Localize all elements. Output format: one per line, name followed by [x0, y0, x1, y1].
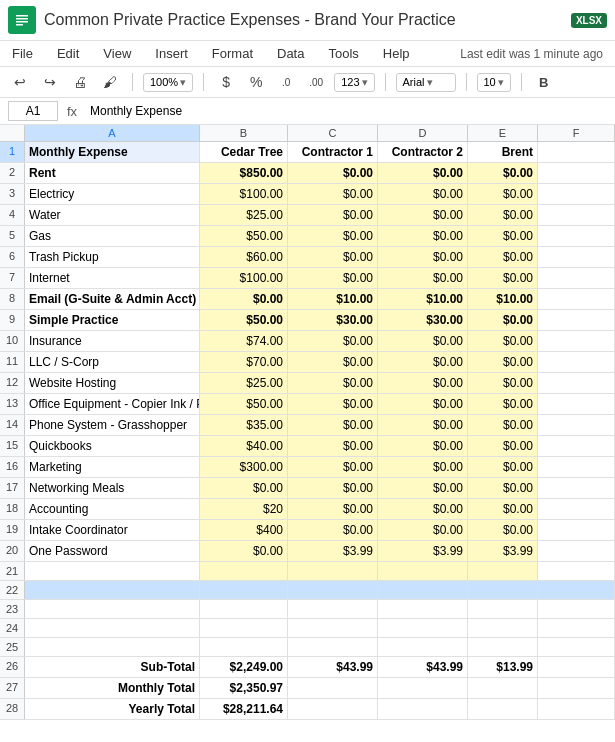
cell-b23[interactable] — [200, 600, 288, 618]
cell-b7[interactable]: $100.00 — [200, 268, 288, 288]
cell-e10[interactable]: $0.00 — [468, 331, 538, 351]
cell-b2[interactable]: $850.00 — [200, 163, 288, 183]
cell-a8[interactable]: Email (G-Suite & Admin Acct) — [25, 289, 200, 309]
cell-f16[interactable] — [538, 457, 615, 477]
cell-f6[interactable] — [538, 247, 615, 267]
cell-a11[interactable]: LLC / S-Corp — [25, 352, 200, 372]
cell-a1[interactable]: Monthly Expense — [25, 142, 200, 162]
cell-a6[interactable]: Trash Pickup — [25, 247, 200, 267]
cell-d3[interactable]: $0.00 — [378, 184, 468, 204]
cell-c19[interactable]: $0.00 — [288, 520, 378, 540]
cell-c24[interactable] — [288, 619, 378, 637]
cell-f7[interactable] — [538, 268, 615, 288]
cell-f19[interactable] — [538, 520, 615, 540]
cell-b28[interactable]: $28,211.64 — [200, 699, 288, 719]
cell-e4[interactable]: $0.00 — [468, 205, 538, 225]
cell-a14[interactable]: Phone System - Grasshopper — [25, 415, 200, 435]
cell-d4[interactable]: $0.00 — [378, 205, 468, 225]
cell-f20[interactable] — [538, 541, 615, 561]
cell-f21[interactable] — [538, 562, 615, 580]
cell-d10[interactable]: $0.00 — [378, 331, 468, 351]
menu-view[interactable]: View — [99, 44, 135, 63]
menu-help[interactable]: Help — [379, 44, 414, 63]
cell-a19[interactable]: Intake Coordinator — [25, 520, 200, 540]
font-family-dropdown[interactable]: Arial ▾ — [396, 73, 456, 92]
cell-b27[interactable]: $2,350.97 — [200, 678, 288, 698]
menu-tools[interactable]: Tools — [324, 44, 362, 63]
currency-button[interactable]: $ — [214, 70, 238, 94]
cell-f2[interactable] — [538, 163, 615, 183]
cell-b19[interactable]: $400 — [200, 520, 288, 540]
cell-d16[interactable]: $0.00 — [378, 457, 468, 477]
menu-file[interactable]: File — [8, 44, 37, 63]
cell-a4[interactable]: Water — [25, 205, 200, 225]
cell-a2[interactable]: Rent — [25, 163, 200, 183]
cell-a27[interactable]: Monthly Total — [25, 678, 200, 698]
cell-e13[interactable]: $0.00 — [468, 394, 538, 414]
cell-c1[interactable]: Contractor 1 — [288, 142, 378, 162]
cell-d23[interactable] — [378, 600, 468, 618]
cell-a18[interactable]: Accounting — [25, 499, 200, 519]
cell-a21[interactable] — [25, 562, 200, 580]
cell-f25[interactable] — [538, 638, 615, 656]
cell-f13[interactable] — [538, 394, 615, 414]
cell-b1[interactable]: Cedar Tree — [200, 142, 288, 162]
cell-d20[interactable]: $3.99 — [378, 541, 468, 561]
cell-f28[interactable] — [538, 699, 615, 719]
cell-c13[interactable]: $0.00 — [288, 394, 378, 414]
cell-e12[interactable]: $0.00 — [468, 373, 538, 393]
cell-c7[interactable]: $0.00 — [288, 268, 378, 288]
cell-a3[interactable]: Electricy — [25, 184, 200, 204]
col-header-b[interactable]: B — [200, 125, 288, 141]
cell-e27[interactable] — [468, 678, 538, 698]
cell-f23[interactable] — [538, 600, 615, 618]
cell-c14[interactable]: $0.00 — [288, 415, 378, 435]
cell-c12[interactable]: $0.00 — [288, 373, 378, 393]
cell-b15[interactable]: $40.00 — [200, 436, 288, 456]
cell-b12[interactable]: $25.00 — [200, 373, 288, 393]
cell-c3[interactable]: $0.00 — [288, 184, 378, 204]
cell-c18[interactable]: $0.00 — [288, 499, 378, 519]
print-button[interactable]: 🖨 — [68, 70, 92, 94]
cell-e18[interactable]: $0.00 — [468, 499, 538, 519]
cell-c28[interactable] — [288, 699, 378, 719]
cell-a26[interactable]: Sub-Total — [25, 657, 200, 677]
cell-a28[interactable]: Yearly Total — [25, 699, 200, 719]
cell-b24[interactable] — [200, 619, 288, 637]
cell-d2[interactable]: $0.00 — [378, 163, 468, 183]
cell-f8[interactable] — [538, 289, 615, 309]
cell-f17[interactable] — [538, 478, 615, 498]
cell-d22[interactable] — [378, 581, 468, 599]
cell-a9[interactable]: Simple Practice — [25, 310, 200, 330]
cell-e26[interactable]: $13.99 — [468, 657, 538, 677]
cell-b13[interactable]: $50.00 — [200, 394, 288, 414]
cell-c11[interactable]: $0.00 — [288, 352, 378, 372]
bold-button[interactable]: B — [532, 70, 556, 94]
cell-d11[interactable]: $0.00 — [378, 352, 468, 372]
cell-f27[interactable] — [538, 678, 615, 698]
cell-a15[interactable]: Quickbooks — [25, 436, 200, 456]
cell-d13[interactable]: $0.00 — [378, 394, 468, 414]
cell-d7[interactable]: $0.00 — [378, 268, 468, 288]
cell-c6[interactable]: $0.00 — [288, 247, 378, 267]
cell-a10[interactable]: Insurance — [25, 331, 200, 351]
cell-b22[interactable] — [200, 581, 288, 599]
cell-b3[interactable]: $100.00 — [200, 184, 288, 204]
cell-a12[interactable]: Website Hosting — [25, 373, 200, 393]
cell-e25[interactable] — [468, 638, 538, 656]
cell-d6[interactable]: $0.00 — [378, 247, 468, 267]
cell-d9[interactable]: $30.00 — [378, 310, 468, 330]
cell-b16[interactable]: $300.00 — [200, 457, 288, 477]
cell-d15[interactable]: $0.00 — [378, 436, 468, 456]
percent-button[interactable]: % — [244, 70, 268, 94]
col-header-d[interactable]: D — [378, 125, 468, 141]
cell-f18[interactable] — [538, 499, 615, 519]
cell-e20[interactable]: $3.99 — [468, 541, 538, 561]
cell-d5[interactable]: $0.00 — [378, 226, 468, 246]
cell-f1[interactable] — [538, 142, 615, 162]
cell-f12[interactable] — [538, 373, 615, 393]
cell-d18[interactable]: $0.00 — [378, 499, 468, 519]
cell-e17[interactable]: $0.00 — [468, 478, 538, 498]
cell-e23[interactable] — [468, 600, 538, 618]
cell-e1[interactable]: Brent — [468, 142, 538, 162]
